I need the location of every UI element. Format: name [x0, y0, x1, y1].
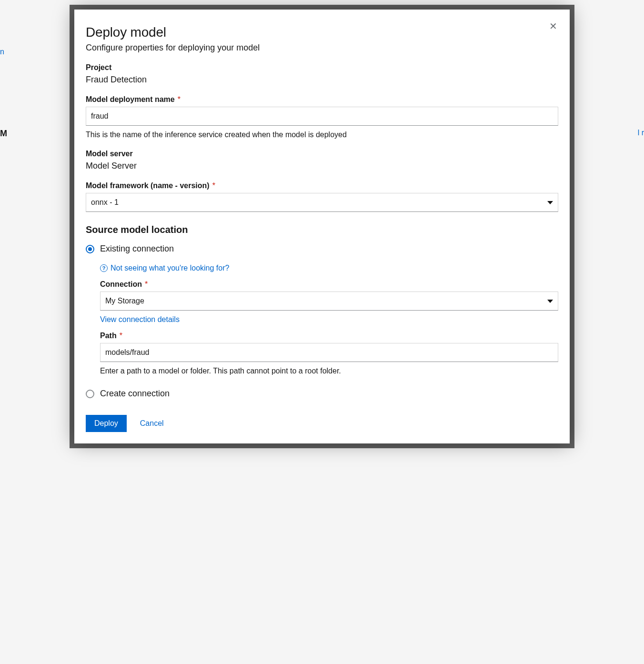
project-label: Project — [86, 63, 558, 72]
view-connection-details-link[interactable]: View connection details — [100, 315, 180, 324]
deploy-model-modal: ✕ Deploy model Configure properties for … — [74, 10, 570, 443]
bg-link-fragment: n — [0, 48, 4, 56]
bg-text-fragment: M — [0, 129, 7, 139]
path-help: Enter a path to a model or folder. This … — [100, 367, 558, 375]
framework-label: Model framework (name - version)* — [86, 181, 558, 190]
framework-selected: onnx - 1 — [91, 198, 119, 207]
required-asterisk: * — [212, 181, 215, 190]
radio-create-connection[interactable] — [86, 390, 94, 398]
connection-label: Connection* — [100, 280, 558, 289]
radio-existing-connection[interactable] — [86, 245, 94, 253]
not-seeing-link[interactable]: ? Not seeing what you're looking for? — [100, 264, 229, 272]
caret-down-icon — [547, 300, 553, 303]
connection-selected: My Storage — [105, 297, 144, 305]
framework-select[interactable]: onnx - 1 — [86, 193, 558, 212]
modal-title: Deploy model — [86, 25, 558, 40]
radio-create-label[interactable]: Create connection — [100, 389, 170, 399]
close-button[interactable]: ✕ — [546, 19, 560, 33]
deployment-name-input[interactable] — [86, 107, 558, 126]
required-asterisk: * — [120, 332, 122, 340]
caret-down-icon — [547, 201, 553, 204]
question-circle-icon: ? — [100, 264, 108, 272]
project-value: Fraud Detection — [86, 75, 558, 85]
modal-description: Configure properties for deploying your … — [86, 43, 558, 53]
radio-existing-label[interactable]: Existing connection — [100, 244, 174, 254]
deployment-name-label: Model deployment name* — [86, 95, 558, 104]
deploy-button[interactable]: Deploy — [86, 415, 127, 432]
cancel-button[interactable]: Cancel — [140, 419, 164, 428]
path-label: Path* — [100, 332, 558, 340]
required-asterisk: * — [145, 280, 148, 288]
source-location-heading: Source model location — [86, 224, 558, 235]
close-icon: ✕ — [549, 20, 557, 32]
required-asterisk: * — [178, 95, 181, 103]
bg-link-fragment-right: l r — [638, 129, 644, 137]
deployment-name-help: This is the name of the inference servic… — [86, 131, 558, 139]
connection-select[interactable]: My Storage — [100, 292, 558, 311]
model-server-value: Model Server — [86, 161, 558, 171]
path-input[interactable] — [100, 343, 558, 362]
model-server-label: Model server — [86, 150, 558, 158]
